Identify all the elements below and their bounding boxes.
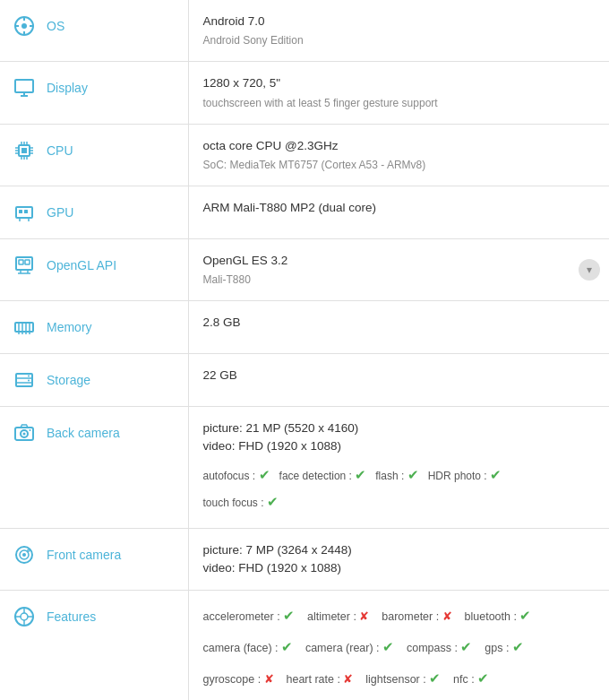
features-value: accelerometer : ✔ altimeter : ✘ baromete… [188, 591, 609, 701]
opengl-main: OpenGL ES 3.2 [203, 252, 565, 270]
features-line-1: accelerometer : ✔ altimeter : ✘ baromete… [203, 603, 596, 627]
gpu-main: ARM Mali-T880 MP2 (dual core) [203, 199, 596, 217]
cpu-value: octa core CPU @2.3GHz SoC: MediaTek MT67… [188, 124, 609, 186]
svg-rect-34 [15, 323, 33, 332]
back-camera-row: Back camera picture: 21 MP (5520 x 4160)… [0, 407, 609, 529]
opengl-dropdown-button[interactable]: ▾ [579, 259, 600, 281]
os-sub: Android Sony Edition [203, 32, 596, 48]
back-camera-label-cell: Back camera [0, 407, 188, 529]
features-line-3: gyroscope : ✘ heart rate : ✘ lightsensor… [203, 666, 596, 690]
os-icon [11, 13, 38, 39]
back-camera-icon [11, 419, 38, 446]
features-label: Features [47, 609, 96, 624]
chevron-down-icon: ▾ [587, 264, 592, 275]
os-value: Android 7.0 Android Sony Edition [188, 0, 609, 62]
svg-rect-30 [25, 260, 30, 264]
os-label-cell: OS [0, 0, 188, 62]
autofocus-check: ✔ [259, 467, 270, 482]
gpu-icon [11, 199, 38, 226]
touch-focus-check: ✔ [267, 494, 279, 509]
front-camera-row: Front camera picture: 7 MP (3264 x 2448)… [0, 528, 609, 591]
gpu-row: GPU ARM Mali-T880 MP2 (dual core) [0, 186, 609, 238]
svg-rect-24 [19, 210, 22, 213]
svg-point-1 [21, 23, 27, 29]
front-camera-main: picture: 7 MP (3264 x 2448) [203, 541, 596, 559]
front-camera-label-cell: Front camera [0, 528, 188, 591]
features-label-cell: Features [0, 591, 188, 701]
svg-rect-6 [15, 80, 33, 92]
svg-point-51 [30, 429, 31, 431]
altimeter-check: ✘ [359, 609, 369, 623]
cpu-row: CPU octa core CPU @2.3GHz SoC: MediaTek … [0, 124, 609, 186]
storage-value: 22 GB [188, 354, 609, 407]
memory-icon [11, 314, 38, 341]
storage-row: Storage 22 GB [0, 354, 609, 407]
front-camera-video: video: FHD (1920 x 1088) [203, 559, 596, 577]
storage-icon [11, 367, 38, 393]
flash-check: ✔ [407, 467, 419, 482]
svg-point-57 [21, 613, 28, 620]
display-value: 1280 x 720, 5" touchscreen with at least… [188, 62, 609, 124]
compass-check: ✔ [460, 639, 472, 654]
display-label: Display [47, 81, 88, 95]
gpu-label: GPU [47, 205, 73, 220]
storage-main: 22 GB [203, 367, 596, 385]
opengl-icon [11, 252, 38, 279]
camera-rear-check: ✔ [382, 639, 394, 654]
barometer-check: ✘ [442, 609, 452, 623]
heart-rate-check: ✘ [343, 672, 353, 686]
os-main: Android 7.0 [203, 13, 596, 30]
display-label-cell: Display [0, 62, 188, 124]
face-detection-check: ✔ [355, 467, 366, 482]
opengl-label-cell: OpenGL API [0, 238, 188, 300]
cpu-icon [11, 137, 38, 164]
back-camera-features-line1: autofocus : ✔ face detection : ✔ flash :… [203, 462, 596, 488]
back-camera-label: Back camera [47, 426, 120, 440]
storage-label-cell: Storage [0, 354, 188, 407]
features-icon [11, 603, 38, 630]
nfc-check: ✔ [477, 670, 489, 686]
gps-check: ✔ [512, 639, 524, 654]
gpu-label-cell: GPU [0, 186, 188, 238]
back-camera-value: picture: 21 MP (5520 x 4160) video: FHD … [188, 407, 609, 529]
display-sub: touchscreen with at least 5 finger gestu… [203, 95, 596, 111]
svg-point-50 [23, 433, 26, 436]
bluetooth-check: ✔ [519, 608, 531, 623]
os-row: OS Android 7.0 Android Sony Edition [0, 0, 609, 62]
back-camera-features-line2: touch focus : ✔ [203, 488, 596, 515]
accelerometer-check: ✔ [283, 608, 295, 623]
features-line-2: camera (face) : ✔ camera (rear) : ✔ comp… [203, 635, 596, 659]
front-camera-label: Front camera [47, 548, 121, 562]
cpu-label-cell: CPU [0, 124, 188, 186]
gyroscope-check: ✘ [264, 672, 274, 686]
memory-main: 2.8 GB [203, 314, 596, 332]
display-icon [11, 74, 38, 101]
opengl-sub: Mali-T880 [203, 272, 565, 288]
svg-rect-25 [24, 210, 28, 213]
back-camera-main: picture: 21 MP (5520 x 4160) [203, 419, 596, 437]
cpu-sub: SoC: MediaTek MT6757 (Cortex A53 - ARMv8… [203, 157, 596, 173]
display-main: 1280 x 720, 5" [203, 74, 596, 92]
memory-label: Memory [47, 320, 92, 334]
cpu-label: CPU [47, 143, 73, 158]
gpu-value: ARM Mali-T880 MP2 (dual core) [188, 186, 609, 238]
memory-value: 2.8 GB [188, 301, 609, 354]
cpu-main: octa core CPU @2.3GHz [203, 137, 596, 155]
opengl-row: OpenGL API OpenGL ES 3.2 Mali-T880 ▾ [0, 238, 609, 300]
os-label: OS [47, 19, 64, 33]
back-camera-video: video: FHD (1920 x 1088) [203, 437, 596, 455]
lightsensor-check: ✔ [429, 670, 441, 686]
svg-rect-43 [16, 374, 32, 386]
front-camera-value: picture: 7 MP (3264 x 2448) video: FHD (… [188, 528, 609, 591]
svg-point-55 [28, 549, 30, 550]
memory-row: Memory 2.8 GB [0, 301, 609, 354]
camera-face-check: ✔ [281, 639, 293, 654]
svg-rect-29 [19, 260, 23, 264]
svg-rect-10 [21, 148, 27, 153]
display-row: Display 1280 x 720, 5" touchscreen with … [0, 62, 609, 124]
opengl-value: OpenGL ES 3.2 Mali-T880 ▾ [188, 238, 609, 300]
features-row: Features accelerometer : ✔ altimeter : ✘… [0, 591, 609, 701]
svg-point-54 [22, 553, 26, 557]
spec-table: OS Android 7.0 Android Sony Edition Disp… [0, 0, 609, 700]
front-camera-icon [11, 541, 38, 568]
